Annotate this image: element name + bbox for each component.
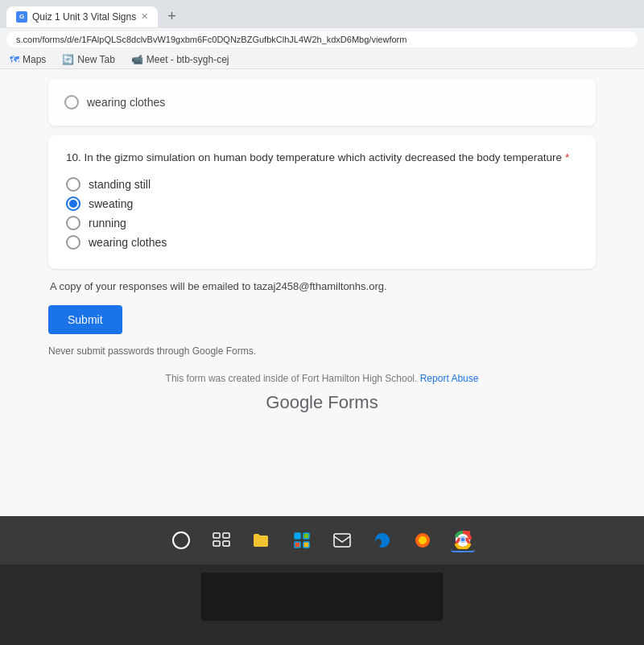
meet-icon: 📹	[131, 54, 143, 65]
svg-rect-9	[334, 534, 350, 547]
tab-close-icon[interactable]: ✕	[141, 11, 148, 22]
report-abuse-link[interactable]: Report Abuse	[420, 373, 479, 384]
svg-rect-6	[303, 533, 309, 539]
svg-rect-5	[295, 533, 300, 539]
svg-rect-2	[223, 533, 229, 538]
password-warning: Never submit passwords through Google Fo…	[48, 345, 596, 357]
google-forms-label: Google Forms	[266, 392, 378, 412]
active-tab[interactable]: G Quiz 1 Unit 3 Vital Signs ✕	[6, 6, 158, 27]
maps-icon: 🗺	[10, 54, 19, 65]
svg-rect-8	[303, 542, 309, 548]
taskbar-edge-icon[interactable]	[370, 528, 394, 552]
bookmark-maps[interactable]: 🗺 Maps	[6, 52, 49, 67]
address-bar-row	[0, 28, 644, 51]
question-10-body-text: In the gizmo simulation on human body te…	[85, 151, 563, 163]
tab-title: Quiz 1 Unit 3 Vital Signs	[32, 11, 136, 23]
taskbar-chrome-icon[interactable]	[451, 528, 475, 552]
taskbar	[0, 516, 644, 564]
taskbar-search-icon[interactable]	[169, 528, 193, 552]
google-forms-logo: Google Forms	[48, 392, 596, 413]
svg-rect-3	[213, 541, 220, 546]
bookmark-newtab[interactable]: 🔄 New Tab	[59, 52, 118, 67]
option-sweating-label: sweating	[89, 197, 133, 210]
radio-sweating	[66, 196, 80, 211]
svg-point-16	[461, 538, 465, 542]
taskbar-taskview-icon[interactable]	[209, 528, 233, 552]
radio-running	[66, 216, 80, 230]
newtab-icon: 🔄	[62, 54, 74, 65]
question-10-number: 10.	[66, 151, 81, 163]
submit-button[interactable]: Submit	[48, 305, 122, 334]
prev-question-card: wearing clothes	[48, 79, 596, 126]
option-standing-still-label: standing still	[89, 178, 151, 191]
taskbar-mail-icon[interactable]	[330, 528, 354, 552]
taskbar-store-icon[interactable]	[290, 528, 314, 552]
option-sweating[interactable]: sweating	[66, 196, 578, 211]
tab-bar: G Quiz 1 Unit 3 Vital Signs ✕ +	[0, 0, 644, 28]
taskbar-firefox-icon[interactable]	[411, 528, 435, 552]
radio-wearing-clothes	[66, 235, 80, 250]
footer-created-text: This form was created inside of Fort Ham…	[166, 373, 418, 384]
svg-point-11	[419, 536, 427, 544]
svg-point-0	[173, 532, 189, 548]
taskbar-fileexplorer-icon[interactable]	[250, 528, 274, 552]
svg-rect-4	[223, 541, 229, 546]
bookmarks-bar: 🗺 Maps 🔄 New Tab 📹 Meet - btb-sygh-cej	[0, 51, 644, 69]
form-container: wearing clothes 10. In the gizmo simulat…	[0, 69, 644, 516]
address-bar-input[interactable]	[6, 31, 638, 48]
option-wearing-clothes[interactable]: wearing clothes	[66, 235, 578, 250]
question-10-card: 10. In the gizmo simulation on human bod…	[48, 135, 596, 269]
prev-radio-circle-wearing-clothes	[64, 95, 79, 110]
prev-option-wearing-clothes[interactable]: wearing clothes	[64, 95, 580, 110]
prev-option-wearing-clothes-label: wearing clothes	[87, 96, 165, 109]
tab-favicon: G	[16, 11, 27, 23]
device-keyboard	[201, 573, 443, 621]
option-wearing-clothes-label: wearing clothes	[89, 236, 167, 249]
radio-standing-still	[66, 177, 80, 192]
svg-rect-7	[295, 542, 300, 548]
bookmark-maps-label: Maps	[23, 54, 46, 65]
option-running[interactable]: running	[66, 216, 578, 230]
footer-text: This form was created inside of Fort Ham…	[48, 373, 596, 384]
question-10-required: *	[562, 151, 569, 163]
browser-chrome: G Quiz 1 Unit 3 Vital Signs ✕ + 🗺 Maps 🔄…	[0, 0, 644, 69]
bookmark-meet[interactable]: 📹 Meet - btb-sygh-cej	[128, 52, 233, 67]
question-10-text: 10. In the gizmo simulation on human bod…	[66, 150, 578, 166]
svg-rect-1	[213, 533, 220, 538]
bookmark-meet-label: Meet - btb-sygh-cej	[147, 54, 229, 65]
bookmark-newtab-label: New Tab	[77, 54, 114, 65]
device-bottom	[0, 564, 644, 645]
option-standing-still[interactable]: standing still	[66, 177, 578, 192]
email-notice: A copy of your responses will be emailed…	[48, 280, 596, 292]
new-tab-button[interactable]: +	[161, 5, 183, 28]
page-content: wearing clothes 10. In the gizmo simulat…	[0, 69, 644, 516]
option-running-label: running	[89, 217, 126, 229]
